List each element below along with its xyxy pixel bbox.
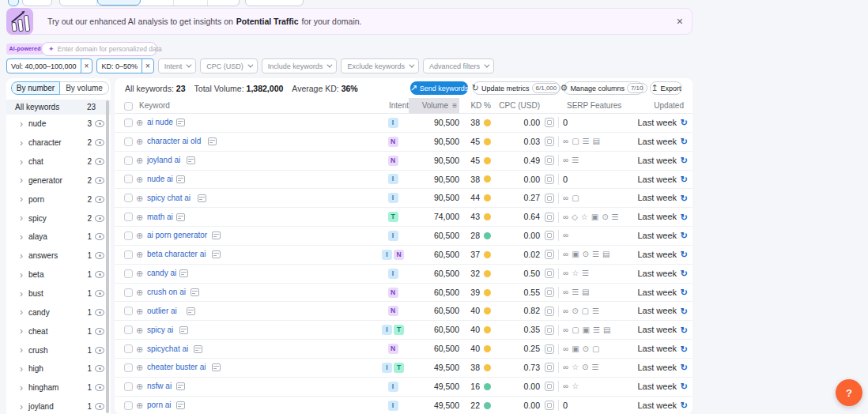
row-refresh-icon[interactable]: ↻ [681,325,688,336]
keyword-link[interactable]: character ai old [147,136,201,147]
add-keyword-icon[interactable]: ⊕ [136,287,143,298]
row-refresh-icon[interactable]: ↻ [681,400,688,411]
tab-phrase-match[interactable] [142,0,174,6]
chevron-right-icon[interactable]: › [20,139,28,147]
row-checkbox[interactable] [124,119,133,127]
active-filter-chip[interactable]: Vol: 40,000–100,000× [6,58,92,73]
serp-snapshot-icon[interactable] [187,156,195,164]
sidebar-group-generator[interactable]: ›generator2 [6,171,111,190]
add-keyword-icon[interactable]: ⊕ [136,155,143,166]
row-checkbox[interactable] [124,382,133,391]
keyword-link[interactable]: math ai [147,212,173,223]
keyword-link[interactable]: spicy ai [147,325,173,336]
serp-snapshot-icon[interactable] [176,175,185,183]
row-refresh-icon[interactable]: ↻ [681,306,688,317]
add-keyword-icon[interactable]: ⊕ [136,268,143,279]
remove-filter-icon[interactable]: × [142,59,153,73]
ads-icon[interactable] [545,344,554,354]
sidebar-group-candy[interactable]: ›candy1 [6,303,111,322]
col-kd[interactable]: KD % [470,98,491,114]
ads-icon[interactable] [545,213,554,222]
chevron-right-icon[interactable]: › [20,252,28,260]
chevron-right-icon[interactable]: › [20,214,28,222]
active-filter-chip[interactable]: KD: 0–50%× [96,58,153,73]
chevron-right-icon[interactable]: › [20,271,28,279]
row-refresh-icon[interactable]: ↻ [681,268,688,279]
row-checkbox[interactable] [124,213,133,221]
view-tab-by-volume[interactable]: By volume [59,81,109,95]
serp-snapshot-icon[interactable] [212,363,221,371]
add-keyword-icon[interactable]: ⊕ [136,212,143,223]
sidebar-group-porn[interactable]: ›porn2 [6,190,111,209]
keyword-link[interactable]: ai porn generator [147,230,207,241]
ads-icon[interactable] [545,288,554,297]
add-keyword-icon[interactable]: ⊕ [136,193,143,204]
col-volume[interactable]: Volume [422,98,448,114]
row-checkbox[interactable] [124,363,133,372]
row-refresh-icon[interactable]: ↻ [681,193,688,204]
row-checkbox[interactable] [124,250,133,259]
chevron-right-icon[interactable]: › [20,384,28,392]
ads-icon[interactable] [545,175,554,184]
serp-snapshot-icon[interactable] [208,137,217,145]
filter-dropdown-intent[interactable]: Intent [158,58,197,73]
manage-columns-button[interactable]: ⚙ Manage columns 7/10 [564,81,643,95]
add-keyword-icon[interactable]: ⊕ [136,249,143,260]
filter-dropdown-exclude-keywords[interactable]: Exclude keywords [341,58,419,73]
select-all-checkbox[interactable] [124,102,133,111]
row-refresh-icon[interactable]: ↻ [681,344,688,355]
add-keyword-icon[interactable]: ⊕ [136,344,143,355]
keyword-link[interactable]: crush on ai [147,287,186,298]
keyword-link[interactable]: nude ai [147,174,173,185]
ads-icon[interactable] [545,118,554,127]
eye-icon[interactable] [95,365,104,372]
row-refresh-icon[interactable]: ↻ [681,212,688,223]
row-refresh-icon[interactable]: ↻ [681,230,688,241]
keyword-link[interactable]: spicychat ai [147,344,188,355]
tab-broad-match[interactable] [97,0,141,6]
sidebar-group-chat[interactable]: ›chat2 [6,152,111,171]
ads-icon[interactable] [545,401,554,410]
eye-icon[interactable] [95,196,104,203]
ads-icon[interactable] [545,307,554,316]
row-refresh-icon[interactable]: ↻ [681,155,688,166]
chevron-right-icon[interactable]: › [20,290,28,298]
keyword-link[interactable]: spicy chat ai [147,193,191,204]
keyword-link[interactable]: ai nude [147,117,173,128]
sidebar-group-answers[interactable]: ›answers1 [6,247,111,265]
serp-snapshot-icon[interactable] [198,194,206,202]
remove-filter-icon[interactable]: × [81,59,92,73]
sidebar-all-keywords[interactable]: All keywords 23 [6,100,111,115]
row-checkbox[interactable] [124,401,133,410]
add-keyword-icon[interactable]: ⊕ [136,400,143,411]
row-refresh-icon[interactable]: ↻ [681,136,688,147]
row-checkbox[interactable] [124,344,133,353]
export-button[interactable]: ↥ Export [650,81,682,95]
chevron-right-icon[interactable]: › [20,365,28,373]
eye-icon[interactable] [95,215,104,222]
row-checkbox[interactable] [124,175,133,183]
eye-icon[interactable] [95,328,104,335]
serp-snapshot-icon[interactable] [176,382,185,390]
col-serp[interactable]: SERP Features [567,98,621,114]
help-button[interactable]: ? [836,379,862,406]
add-keyword-icon[interactable]: ⊕ [136,174,143,185]
chevron-right-icon[interactable]: › [20,158,28,166]
add-keyword-icon[interactable]: ⊕ [136,136,143,147]
eye-icon[interactable] [95,252,104,259]
serp-snapshot-icon[interactable] [179,326,188,334]
eye-icon[interactable] [95,347,104,354]
col-updated[interactable]: Updated [654,98,684,114]
row-checkbox[interactable] [124,231,133,240]
chevron-right-icon[interactable]: › [20,120,28,128]
keyword-link[interactable]: outlier ai [147,306,177,317]
eye-icon[interactable] [95,403,104,410]
banner-close-icon[interactable]: × [677,15,683,28]
row-refresh-icon[interactable]: ↻ [681,117,688,128]
sidebar-group-nude[interactable]: ›nude3 [6,115,111,134]
row-checkbox[interactable] [124,288,133,297]
tab-all-keywords[interactable] [60,0,97,6]
keyword-link[interactable]: cheater buster ai [147,362,206,373]
sidebar-group-cheat[interactable]: ›cheat1 [6,322,111,341]
serp-snapshot-icon[interactable] [176,119,185,126]
